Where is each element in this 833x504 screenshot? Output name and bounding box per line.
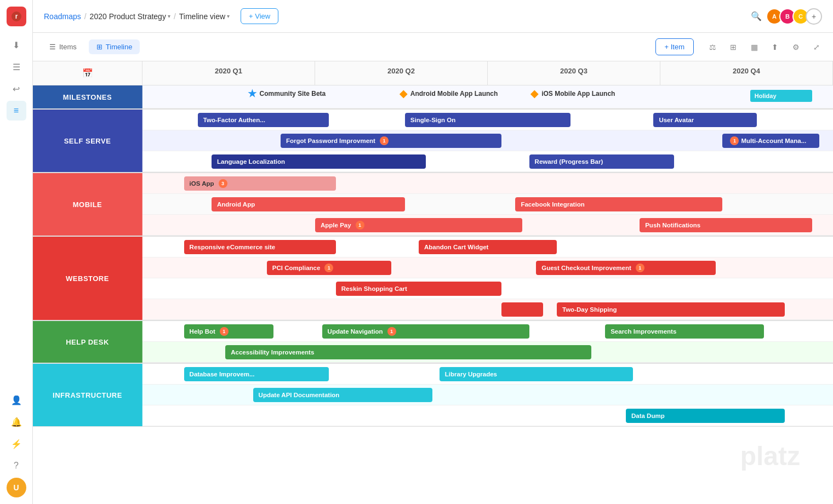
milestones-row: ★ Community Site Beta ◆ Android Mobile A… <box>142 85 833 108</box>
self-serve-row-2: Forgot Password Improvment1 1Multi-Accou… <box>142 130 833 151</box>
milestone-ios[interactable]: ◆ iOS Mobile App Launch <box>530 88 615 100</box>
android-app-bar[interactable]: Android App <box>212 197 405 211</box>
quarter-q4: 2020 Q4 <box>660 61 833 85</box>
two-factor-bar[interactable]: Two-Factor Authen... <box>198 113 329 127</box>
group-label-header: 📅 <box>33 61 142 85</box>
webstore-row-4: Two-Day Shipping <box>142 299 833 320</box>
mobile-row-1: iOS App3 <box>142 173 833 194</box>
multi-account-bar[interactable]: 1Multi-Account Mana... <box>722 134 819 148</box>
list-icon[interactable]: ☰ <box>7 57 26 77</box>
guest-checkout-bar[interactable]: Guest Checkout Improvement1 <box>536 261 716 275</box>
help-bot-bar[interactable]: Help Bot1 <box>184 324 274 339</box>
top-nav: Roadmaps / 2020 Product Strategy ▾ / Tim… <box>33 0 833 33</box>
milestone-android[interactable]: ◆ Android Mobile App Launch <box>400 88 498 100</box>
update-nav-bar[interactable]: Update Navigation1 <box>322 324 529 339</box>
mobile-group: MOBILE iOS App3 Android App Facebook Int… <box>33 173 833 237</box>
facebook-bar[interactable]: Facebook Integration <box>515 197 722 211</box>
responsive-ecommerce-bar[interactable]: Responsive eCommerce site <box>184 240 336 254</box>
tab-items[interactable]: ☰ Items <box>42 39 84 54</box>
webstore-row-2: PCI Compliance1 Guest Checkout Improveme… <box>142 257 833 278</box>
breadcrumb: Roadmaps / 2020 Product Strategy ▾ / Tim… <box>44 12 230 21</box>
milestones-group: MILESTONES ★ Community Site Beta ◆ Andro… <box>33 85 833 110</box>
main-area: Roadmaps / 2020 Product Strategy ▾ / Tim… <box>33 0 833 504</box>
settings-icon[interactable]: ⚙ <box>788 39 803 55</box>
milestones-label: MILESTONES <box>33 85 142 108</box>
search-icon[interactable]: 🔍 <box>751 11 762 21</box>
search-improvements-bar[interactable]: Search Improvements <box>605 324 764 339</box>
project-dropdown[interactable]: 2020 Product Strategy ▾ <box>90 12 170 21</box>
diamond-icon-2: ◆ <box>530 88 538 100</box>
two-day-ship-small[interactable] <box>501 302 543 317</box>
self-serve-label: SELF SERVE <box>33 110 142 172</box>
accessibility-bar[interactable]: Accessibility Improvements <box>225 345 591 359</box>
timeline-inner: 📅 2020 Q1 2020 Q2 2020 Q3 2020 Q4 MILEST… <box>33 61 833 427</box>
app-logo[interactable]: r <box>7 7 26 26</box>
timeline-content: 📅 2020 Q1 2020 Q2 2020 Q3 2020 Q4 MILEST… <box>33 61 833 504</box>
webstore-group: WEBSTORE Responsive eCommerce site Aband… <box>33 237 833 321</box>
pci-compliance-bar[interactable]: PCI Compliance1 <box>267 261 391 275</box>
download-icon[interactable]: ⬇ <box>7 35 26 55</box>
add-view-button[interactable]: + View <box>241 8 278 24</box>
milestone-ios-label: iOS Mobile App Launch <box>541 90 615 98</box>
quarter-q1: 2020 Q1 <box>142 61 315 85</box>
add-item-button[interactable]: + Item <box>655 38 694 55</box>
api-docs-bar[interactable]: Update API Documentation <box>253 388 433 402</box>
quarter-q3: 2020 Q3 <box>488 61 660 85</box>
question-icon[interactable]: ? <box>7 456 26 476</box>
help-desk-rows: Help Bot1 Update Navigation1 Search Impr… <box>142 321 833 363</box>
toolbar: ☰ Items ⊞ Timeline + Item ⚖ ⊞ ▦ ⬆ ⚙ ⤢ <box>33 33 833 61</box>
library-upgrades-bar[interactable]: Library Upgrades <box>440 367 633 381</box>
bell-icon[interactable]: 🔔 <box>7 412 26 432</box>
single-sign-on-bar[interactable]: Single-Sign On <box>405 113 570 127</box>
user-avatar-bar[interactable]: User Avatar <box>653 113 757 127</box>
database-bar[interactable]: Database Improvem... <box>184 367 329 381</box>
svg-text:r: r <box>15 13 18 20</box>
view-dropdown[interactable]: Timeline view ▾ <box>179 12 230 21</box>
avatar-group: A B C + <box>766 8 822 25</box>
self-serve-row-1: Two-Factor Authen... Single-Sign On User… <box>142 110 833 130</box>
group-icon[interactable]: ⊞ <box>726 39 741 55</box>
apple-pay-bar[interactable]: Apple Pay1 <box>315 218 522 232</box>
layout-icon[interactable]: ▦ <box>746 39 762 55</box>
abandon-cart-bar[interactable]: Abandon Cart Widget <box>419 240 557 254</box>
mobile-rows: iOS App3 Android App Facebook Integratio… <box>142 173 833 236</box>
two-day-shipping-bar[interactable]: Two-Day Shipping <box>557 302 785 317</box>
data-dump-bar[interactable]: Data Dump <box>626 409 785 423</box>
push-notifications-bar[interactable]: Push Notifications <box>640 218 812 232</box>
mobile-row-2: Android App Facebook Integration <box>142 194 833 215</box>
reskin-cart-bar[interactable]: Reskin Shopping Cart <box>336 282 501 296</box>
ios-app-bar[interactable]: iOS App3 <box>184 176 336 191</box>
milestone-holiday-label: Holiday <box>755 93 777 99</box>
breadcrumb-sep2: / <box>174 12 176 21</box>
back-icon[interactable]: ↩ <box>7 79 26 99</box>
toolbar-icons: ⚖ ⊞ ▦ ⬆ ⚙ ⤢ <box>705 39 824 55</box>
timeline-tab-label: Timeline <box>106 43 133 51</box>
tab-timeline[interactable]: ⊞ Timeline <box>89 39 140 54</box>
breadcrumb-root[interactable]: Roadmaps <box>44 12 81 21</box>
lightning-icon[interactable]: ⚡ <box>7 434 26 454</box>
quarter-q2: 2020 Q2 <box>315 61 488 85</box>
filter-icon[interactable]: ⚖ <box>705 39 720 55</box>
self-serve-row-3: Language Localization Reward (Progress B… <box>142 151 833 172</box>
breadcrumb-sep1: / <box>84 12 87 21</box>
language-loc-bar[interactable]: Language Localization <box>212 154 426 169</box>
forgot-password-bar[interactable]: Forgot Password Improvment1 <box>281 134 501 148</box>
export-icon[interactable]: ⬆ <box>767 39 783 55</box>
milestone-community[interactable]: ★ Community Site Beta <box>248 88 326 100</box>
quarters-area: 2020 Q1 2020 Q2 2020 Q3 2020 Q4 <box>142 61 833 85</box>
milestone-holiday[interactable]: Holiday <box>750 90 812 102</box>
mobile-row-3: Apple Pay1 Push Notifications <box>142 215 833 236</box>
user-avatar[interactable]: U <box>7 478 26 497</box>
roadmap-icon[interactable]: ≡ <box>7 101 26 121</box>
reward-bar[interactable]: Reward (Progress Bar) <box>529 154 675 169</box>
milestones-rows: ★ Community Site Beta ◆ Android Mobile A… <box>142 85 833 108</box>
infra-row-2: Update API Documentation <box>142 385 833 405</box>
diamond-icon-1: ◆ <box>400 88 407 100</box>
contacts-icon[interactable]: 👤 <box>7 390 26 410</box>
help-desk-label: HELP DESK <box>33 321 142 363</box>
infra-row-3: Data Dump <box>142 405 833 426</box>
add-avatar-button[interactable]: + <box>806 8 822 25</box>
quarter-header: 📅 2020 Q1 2020 Q2 2020 Q3 2020 Q4 <box>33 61 833 85</box>
infrastructure-label: INFRASTRUCTURE <box>33 364 142 426</box>
fullscreen-icon[interactable]: ⤢ <box>809 39 824 55</box>
